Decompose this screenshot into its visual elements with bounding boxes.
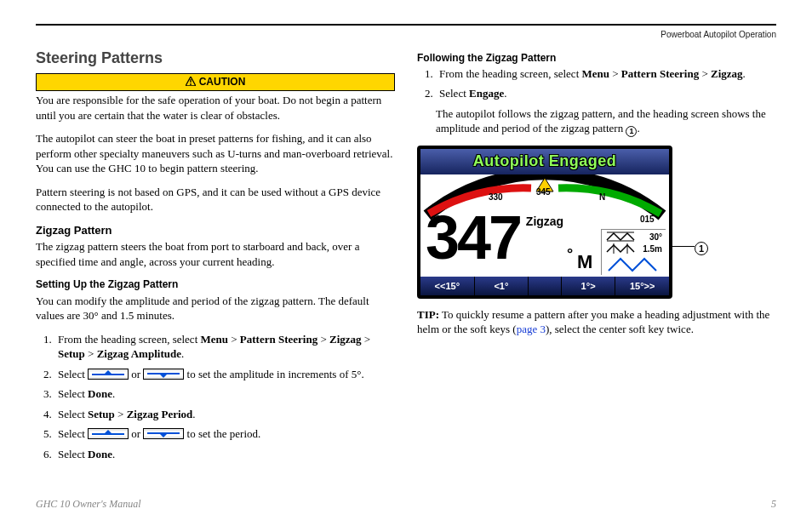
- callout-1: 1: [695, 239, 708, 255]
- warning-icon: [186, 76, 196, 89]
- period-value: 1.5m: [643, 243, 662, 255]
- setup-steps: From the heading screen, select Menu > P…: [36, 332, 395, 462]
- right-column: Following the Zigzag Pattern From the he…: [417, 48, 776, 471]
- follow-steps: From the heading screen, select Menu > P…: [417, 66, 776, 101]
- section-header: Powerboat Autopilot Operation: [36, 29, 776, 41]
- heading-value: 347: [426, 197, 520, 279]
- follow-heading: Following the Zigzag Pattern: [417, 51, 776, 65]
- zigzag-info-box: 30° 1.5m: [601, 229, 666, 275]
- step-4: Select Setup > Zigzag Period.: [54, 407, 395, 422]
- screen-title: Autopilot Engaged: [420, 149, 669, 174]
- step-2: Select or to set the amplitude in increm…: [54, 367, 395, 382]
- intro-paragraph-2: Pattern steering is not based on GPS, an…: [36, 185, 395, 214]
- page-footer: GHC 10 Owner's Manual 5: [36, 497, 776, 511]
- setup-heading: Setting Up the Zigzag Pattern: [36, 277, 395, 291]
- degree-icon: °: [567, 243, 573, 264]
- tick-345: 345: [536, 187, 551, 197]
- callout-1-inline: 1: [626, 126, 637, 137]
- setup-description: You can modify the amplitude and period …: [36, 294, 395, 323]
- zigzag-description: The zigzag pattern steers the boat from …: [36, 239, 395, 269]
- page-3-link[interactable]: page 3: [517, 323, 546, 335]
- amplitude-value: 30°: [649, 232, 662, 243]
- caution-label: CAUTION: [199, 76, 246, 88]
- tick-015: 015: [640, 214, 655, 224]
- follow-step-1: From the heading screen, select Menu > P…: [436, 66, 776, 82]
- follow-result: The autopilot follows the zigzag pattern…: [436, 106, 776, 138]
- autopilot-screen: Autopilot Engaged 15 330 345 N 015: [417, 146, 689, 298]
- mode-label: Zigzag: [526, 214, 563, 230]
- follow-step-2: Select Engage.: [436, 86, 776, 101]
- tip-label: TIP:: [417, 308, 439, 321]
- arrow-down-icon: [143, 428, 184, 439]
- zigzag-preview-icon: [605, 255, 665, 274]
- svg-point-2: [190, 83, 192, 85]
- softkey-right-1[interactable]: 1°>: [562, 277, 616, 295]
- softkey-right-15[interactable]: 15°>>: [615, 277, 669, 295]
- zigzag-heading: Zigzag Pattern: [36, 223, 395, 238]
- svg-marker-10: [159, 433, 168, 437]
- intro-paragraph-1: The autopilot can steer the boat in pres…: [36, 131, 395, 176]
- step-3: Select Done.: [54, 386, 395, 402]
- tip-paragraph: TIP: To quickly resume a pattern after y…: [417, 307, 776, 337]
- arrow-down-icon: [143, 369, 184, 380]
- left-column: Steering Patterns CAUTION You are respon…: [36, 48, 395, 471]
- arrow-up-icon: [88, 428, 129, 439]
- caution-text: You are responsible for the safe operati…: [36, 93, 395, 123]
- svg-marker-6: [159, 374, 168, 378]
- softkey-center[interactable]: [529, 277, 562, 295]
- header-rule: [36, 24, 776, 26]
- arrow-up-icon: [88, 369, 129, 380]
- tick-n: N: [599, 192, 605, 202]
- svg-marker-4: [104, 370, 112, 374]
- callout-line: [669, 246, 695, 247]
- caution-banner: CAUTION: [36, 73, 395, 91]
- heading-unit: M: [577, 249, 592, 275]
- page-number: 5: [771, 497, 776, 511]
- step-6: Select Done.: [54, 447, 395, 462]
- page-title: Steering Patterns: [36, 48, 395, 68]
- svg-marker-8: [104, 430, 112, 434]
- manual-title: GHC 10 Owner's Manual: [36, 497, 141, 511]
- step-5: Select or to set the period.: [54, 426, 395, 442]
- step-1: From the heading screen, select Menu > P…: [54, 332, 395, 362]
